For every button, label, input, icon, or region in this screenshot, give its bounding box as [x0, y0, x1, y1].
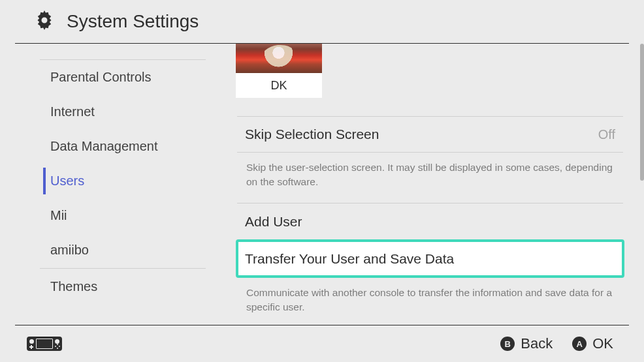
sidebar-item-label: Parental Controls	[50, 70, 152, 85]
sidebar-item-parental-controls[interactable]: Parental Controls	[40, 60, 206, 95]
sidebar-item-users[interactable]: Users	[40, 164, 206, 198]
back-button[interactable]: B Back	[500, 335, 553, 352]
sidebar-item-partial	[40, 44, 206, 60]
sidebar-divider	[40, 268, 206, 269]
sidebar-item-label: Data Management	[50, 139, 158, 154]
row-label: Add User	[245, 214, 302, 230]
sidebar-item-label: amiibo	[50, 243, 89, 258]
sidebar-item-label: Mii	[50, 208, 67, 223]
sidebar-item-label: Users	[50, 173, 84, 189]
footer-actions: B Back A OK	[500, 335, 613, 352]
main-content: DK Skip Selection Screen Off Skip the us…	[206, 44, 640, 325]
user-name: DK	[236, 73, 322, 98]
sidebar-item-themes[interactable]: Themes	[40, 269, 206, 304]
footer: B Back A OK	[15, 325, 629, 362]
sidebar-item-internet[interactable]: Internet	[40, 95, 206, 129]
row-skip-selection-screen[interactable]: Skip Selection Screen Off	[237, 117, 623, 153]
row-description-transfer: Communicate with another console to tran…	[237, 278, 623, 325]
sidebar-item-data-management[interactable]: Data Management	[40, 129, 206, 164]
header: System Settings	[15, 0, 629, 44]
row-transfer-user-save-data[interactable]: Transfer Your User and Save Data	[237, 241, 623, 277]
sidebar-item-amiibo[interactable]: amiibo	[40, 233, 206, 267]
body: Parental Controls Internet Data Manageme…	[15, 44, 640, 325]
ok-button[interactable]: A OK	[572, 335, 613, 352]
avatar	[236, 44, 322, 73]
row-add-user[interactable]: Add User	[237, 204, 623, 239]
ok-label: OK	[592, 335, 613, 352]
row-value: Off	[598, 127, 615, 142]
back-label: Back	[521, 335, 553, 352]
row-label: Skip Selection Screen	[245, 127, 379, 142]
sidebar-item-label: Internet	[50, 104, 95, 119]
b-button-icon: B	[500, 337, 515, 351]
row-description-skip: Skip the user-selection screen. It may s…	[237, 153, 623, 204]
page-title: System Settings	[67, 11, 199, 32]
sidebar: Parental Controls Internet Data Manageme…	[15, 44, 206, 325]
scrollbar[interactable]	[640, 44, 644, 325]
sidebar-item-mii[interactable]: Mii	[40, 198, 206, 233]
gear-icon	[33, 8, 56, 35]
scrollbar-thumb[interactable]	[640, 44, 644, 181]
a-button-icon: A	[572, 337, 587, 351]
sidebar-item-label: Themes	[50, 279, 97, 294]
row-label: Transfer Your User and Save Data	[245, 251, 454, 267]
console-icon	[27, 337, 62, 351]
user-card[interactable]: DK	[236, 44, 322, 98]
